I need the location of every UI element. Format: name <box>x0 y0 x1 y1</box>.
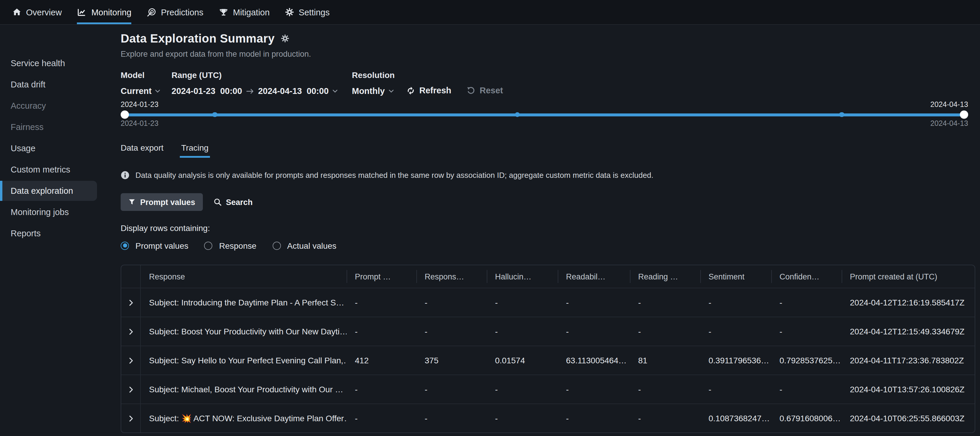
sidebar-item-label: Data exploration <box>11 186 73 195</box>
cell-prompt-tokens: - <box>347 404 416 433</box>
range-select[interactable]: 2024-01-23 00:00 2024-04-13 00:00 <box>172 85 352 97</box>
resolution-select[interactable]: Monthly <box>352 85 406 97</box>
cell-sentiment: - <box>700 317 771 346</box>
radio-label: Actual values <box>287 241 337 250</box>
info-banner: Data quality analysis is only available … <box>121 171 975 179</box>
tab-data-export[interactable]: Data export <box>121 143 164 158</box>
slider-selected-end-label: 2024-04-13 <box>930 119 968 129</box>
cell-response-tokens: - <box>416 375 487 404</box>
radio-label: Prompt values <box>135 241 188 250</box>
slider-month-marker <box>515 112 520 117</box>
nav-item-overview[interactable]: Overview <box>13 0 70 24</box>
page-settings-gear-icon[interactable] <box>281 34 290 43</box>
main-content: Data Exploration Summary <box>112 25 980 436</box>
model-select[interactable]: Current <box>121 85 172 97</box>
cell-prompt-tokens: - <box>347 288 416 317</box>
cell-hallucination: 0.01574 <box>487 346 558 374</box>
model-label: Model <box>121 70 172 81</box>
sidebar-item-monitoring-jobs[interactable]: Monitoring jobs <box>0 202 112 222</box>
slider-track[interactable] <box>125 113 964 116</box>
slider-end-handle[interactable] <box>960 111 968 119</box>
table-row: Subject: Michael, Boost Your Productivit… <box>121 374 975 404</box>
cell-hallucination: - <box>487 375 558 404</box>
radio-option-prompt-values[interactable]: Prompt values <box>121 241 188 250</box>
radio-button[interactable] <box>272 241 281 250</box>
reset-button[interactable]: Reset <box>467 84 503 96</box>
cell-reading: - <box>630 288 700 317</box>
sidebar-item-label: Usage <box>11 144 35 153</box>
prompt-values-filter-button[interactable]: Prompt values <box>121 193 203 211</box>
gear-icon <box>285 8 294 17</box>
sidebar-item-service-health[interactable]: Service health <box>0 53 112 73</box>
radio-button-selected[interactable] <box>121 241 129 250</box>
cell-readability: - <box>558 288 630 317</box>
search-button[interactable]: Search <box>208 193 258 211</box>
sidebar-item-label: Data drift <box>11 80 46 89</box>
row-expand-button[interactable] <box>121 404 141 433</box>
row-expand-button[interactable] <box>121 288 141 317</box>
radio-button[interactable] <box>204 241 213 250</box>
cell-readability: 63.113005464… <box>558 346 630 374</box>
radio-option-actual-values[interactable]: Actual values <box>272 241 337 250</box>
column-header-confidence: Confiden… <box>771 265 842 288</box>
sidebar-item-accuracy[interactable]: Accuracy <box>0 96 112 116</box>
sidebar-item-label: Service health <box>11 59 65 68</box>
sidebar-item-label: Fairness <box>11 122 43 132</box>
nav-item-predictions[interactable]: Predictions <box>139 0 211 24</box>
cell-sentiment: - <box>700 288 771 317</box>
reset-label: Reset <box>480 86 503 95</box>
date-range-slider: 2024-01-23 2024-04-13 2024-01-23 2024-04… <box>121 100 968 129</box>
cell-hallucination: - <box>487 317 558 346</box>
row-expand-button[interactable] <box>121 346 141 374</box>
nav-item-monitoring[interactable]: Monitoring <box>70 0 139 24</box>
cell-reading: - <box>630 404 700 433</box>
sidebar-item-usage[interactable]: Usage <box>0 138 112 159</box>
sidebar-item-reports[interactable]: Reports <box>0 223 112 243</box>
cell-response: Subject: Say Hello to Your Perfect Eveni… <box>141 346 347 374</box>
cell-readability: - <box>558 317 630 346</box>
chevron-down-icon <box>331 88 338 94</box>
column-header-prompt-created-at: Prompt created at (UTC) <box>842 265 975 288</box>
sidebar-item-custom-metrics[interactable]: Custom metrics <box>0 160 112 179</box>
row-expand-button[interactable] <box>121 317 141 346</box>
resolution-value: Monthly <box>352 86 385 96</box>
cell-prompt-created-at: 2024-04-11T17:23:36.783802Z <box>842 346 975 374</box>
nav-item-settings[interactable]: Settings <box>277 0 337 24</box>
resolution-label: Resolution <box>352 70 406 81</box>
cell-prompt-created-at: 2024-04-10T13:57:26.100826Z <box>842 375 975 404</box>
sidebar-item-label: Custom metrics <box>11 165 70 174</box>
info-banner-text: Data quality analysis is only available … <box>135 171 654 179</box>
tab-bar: Data export Tracing <box>121 143 975 158</box>
cell-confidence: - <box>771 317 842 346</box>
nav-item-mitigation[interactable]: Mitigation <box>211 0 277 24</box>
cell-sentiment: 0.3911796536… <box>700 346 771 374</box>
sidebar-item-label: Monitoring jobs <box>11 208 69 217</box>
nav-item-label: Overview <box>26 7 62 17</box>
slider-start-handle[interactable] <box>121 111 129 119</box>
cell-response: Subject: Introducing the Daytime Plan - … <box>141 288 347 317</box>
cell-confidence: 0.6791608006… <box>771 404 842 433</box>
sidebar-item-data-drift[interactable]: Data drift <box>0 75 112 95</box>
cell-prompt-created-at: 2024-04-12T12:15:49.334679Z <box>842 317 975 346</box>
column-header-response: Response <box>141 265 347 288</box>
cell-reading: - <box>630 317 700 346</box>
column-header-prompt-tokens: Prompt … <box>347 265 416 288</box>
cell-hallucination: - <box>487 288 558 317</box>
sidebar-item-data-exploration[interactable]: Data exploration <box>0 181 97 201</box>
radio-option-response[interactable]: Response <box>204 241 256 250</box>
controls-bar: Model Current Range (UTC) 2024-01-23 00:… <box>121 70 975 97</box>
refresh-button[interactable]: Refresh <box>406 84 451 96</box>
tab-tracing[interactable]: Tracing <box>181 143 208 158</box>
row-expand-button[interactable] <box>121 375 141 404</box>
slider-month-marker <box>839 112 844 117</box>
cell-readability: - <box>558 375 630 404</box>
cell-response-tokens: - <box>416 288 487 317</box>
app-window: Overview Monitoring Predictions <box>0 0 980 436</box>
column-header-reading: Reading … <box>630 265 700 288</box>
cell-response: Subject: Boost Your Productivity with Ou… <box>141 317 347 346</box>
target-cursor-icon <box>147 7 156 17</box>
cell-response: Subject: Michael, Boost Your Productivit… <box>141 375 347 404</box>
sidebar-item-fairness[interactable]: Fairness <box>0 117 112 137</box>
cell-response: Subject: 💥 ACT NOW: Exclusive Daytime Pl… <box>141 404 347 433</box>
cell-prompt-created-at: 2024-04-10T06:25:55.866003Z <box>842 404 975 433</box>
